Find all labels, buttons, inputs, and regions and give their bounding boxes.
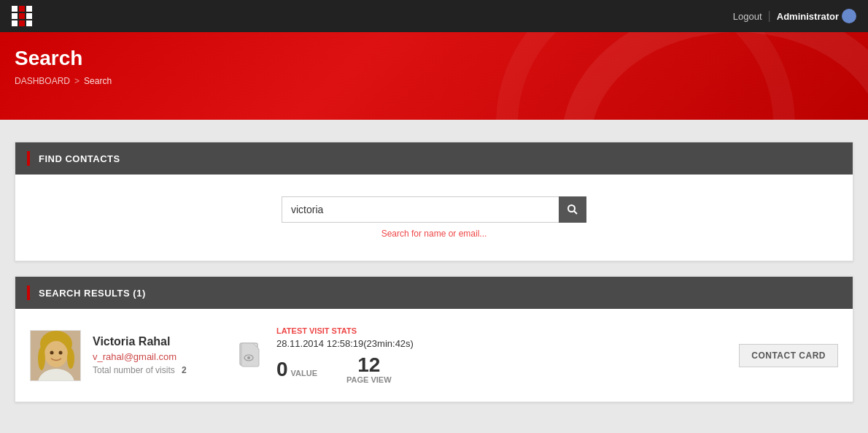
value-label: VALUE bbox=[291, 369, 317, 378]
breadcrumb: DASHBOARD > Search bbox=[15, 76, 853, 86]
page-title: Search bbox=[15, 47, 853, 70]
logo-cell bbox=[12, 13, 18, 19]
table-row: Victoria Rahal v_rahal@gmail.com Total n… bbox=[30, 321, 838, 390]
logo-cell bbox=[26, 20, 32, 26]
svg-point-9 bbox=[59, 350, 63, 354]
search-results-title: SEARCH RESULTS (1) bbox=[39, 288, 146, 299]
stat-value-item: 0 VALUE bbox=[276, 359, 317, 380]
search-icon bbox=[567, 204, 578, 215]
value-number: 0 bbox=[276, 359, 288, 380]
stat-pageview-item: 12 PAGE VIEW bbox=[346, 355, 392, 384]
contact-card-button[interactable]: CONTACT CARD bbox=[739, 344, 838, 367]
pageview-number: 12 bbox=[346, 355, 392, 375]
svg-point-6 bbox=[38, 347, 45, 370]
visits-label: Total number of visits bbox=[93, 365, 175, 375]
logout-link[interactable]: Logout bbox=[733, 11, 762, 22]
avatar-svg bbox=[31, 331, 81, 381]
section-accent bbox=[27, 286, 30, 300]
search-input[interactable] bbox=[282, 196, 559, 223]
user-avatar-icon bbox=[842, 9, 856, 23]
result-visits: Total number of visits 2 bbox=[93, 365, 224, 375]
result-stats: LATEST VISIT STATS 28.11.2014 12:58:19(2… bbox=[276, 326, 727, 384]
search-results-card: SEARCH RESULTS (1) bbox=[15, 276, 853, 402]
user-menu[interactable]: Administrator bbox=[777, 9, 856, 23]
svg-line-1 bbox=[574, 211, 577, 214]
user-name-label: Administrator bbox=[777, 11, 839, 22]
pageview-label: PAGE VIEW bbox=[346, 375, 392, 384]
top-navigation: Logout | Administrator bbox=[0, 0, 868, 32]
header-banner: Search DASHBOARD > Search bbox=[0, 32, 868, 120]
stats-date: 28.11.2014 12:58:19(23min:42s) bbox=[276, 338, 727, 349]
logo-cell bbox=[26, 13, 32, 19]
logo-cell bbox=[26, 6, 32, 12]
search-button[interactable] bbox=[559, 196, 586, 223]
svg-point-4 bbox=[44, 341, 68, 367]
breadcrumb-home[interactable]: DASHBOARD bbox=[15, 76, 70, 86]
logo-cell bbox=[19, 6, 25, 12]
result-email[interactable]: v_rahal@gmail.com bbox=[93, 351, 224, 362]
find-contacts-header: FIND CONTACTS bbox=[15, 142, 853, 175]
svg-point-8 bbox=[50, 350, 54, 354]
find-contacts-title: FIND CONTACTS bbox=[39, 153, 120, 164]
visits-count: 2 bbox=[182, 365, 187, 375]
logo-cell bbox=[19, 20, 25, 26]
find-contacts-card: FIND CONTACTS Search for name or email..… bbox=[15, 142, 853, 261]
svg-point-0 bbox=[568, 205, 575, 212]
avatar bbox=[30, 330, 81, 381]
svg-point-12 bbox=[247, 356, 250, 359]
value-stat: 0 VALUE bbox=[276, 359, 317, 380]
breadcrumb-current: Search bbox=[84, 76, 112, 86]
avatar-image bbox=[31, 331, 81, 381]
app-logo[interactable] bbox=[12, 6, 32, 26]
document-icon bbox=[239, 342, 262, 369]
search-hint: Search for name or email... bbox=[381, 229, 487, 239]
breadcrumb-separator: > bbox=[74, 76, 80, 86]
section-accent bbox=[27, 151, 30, 166]
stats-numbers: 0 VALUE 12 PAGE VIEW bbox=[276, 355, 727, 384]
logo-cell bbox=[12, 6, 18, 12]
search-body: Search for name or email... bbox=[15, 175, 853, 261]
document-icon-container[interactable] bbox=[236, 342, 265, 369]
stats-header: LATEST VISIT STATS bbox=[276, 326, 727, 335]
svg-point-7 bbox=[67, 348, 74, 369]
result-info: Victoria Rahal v_rahal@gmail.com Total n… bbox=[93, 335, 224, 375]
nav-separator: | bbox=[768, 9, 771, 23]
search-input-row bbox=[282, 196, 586, 223]
logo-cell bbox=[12, 20, 18, 26]
search-results-header: SEARCH RESULTS (1) bbox=[15, 277, 853, 309]
content-area: FIND CONTACTS Search for name or email..… bbox=[0, 120, 868, 433]
result-name: Victoria Rahal bbox=[93, 335, 224, 348]
results-body: Victoria Rahal v_rahal@gmail.com Total n… bbox=[15, 309, 853, 402]
logo-cell bbox=[19, 13, 25, 19]
nav-right: Logout | Administrator bbox=[733, 9, 856, 23]
